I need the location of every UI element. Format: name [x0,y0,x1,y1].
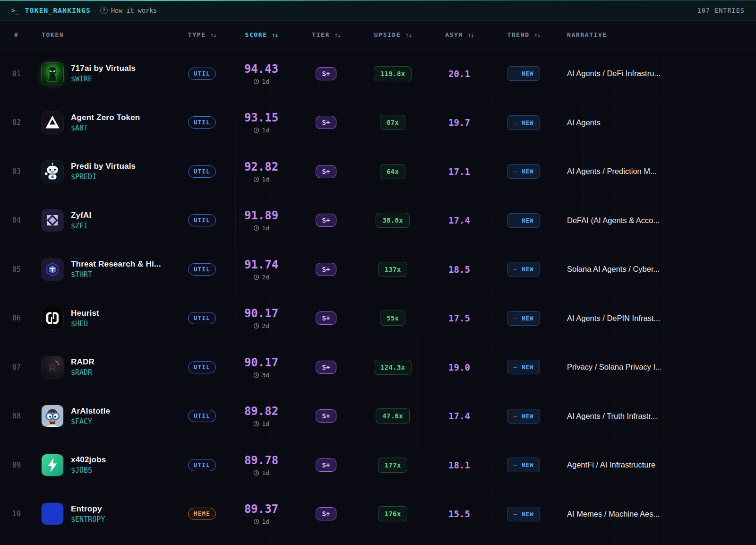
tier-badge: S+ [316,116,337,129]
trend-badge: — NEW [507,360,540,374]
table-row[interactable]: 07 R RADR $RADR UTIL 90.17 3d S+ [0,343,756,392]
trend-dash-icon: — [513,168,517,175]
score-value: 94.43 [244,62,278,76]
trend-label: NEW [522,119,534,126]
trend-dash-icon: — [513,119,517,126]
trend-label: NEW [522,266,534,273]
sort-icon: ↑↓ [405,31,411,39]
header-narrative: NARRATIVE [558,31,756,38]
token-name: x402jobs [71,455,106,465]
upside-badge: 119.8x [374,66,412,81]
asym-value: 17.1 [429,166,490,177]
trend-badge: — NEW [507,164,540,179]
asym-value: 19.0 [429,362,490,372]
type-badge: UTIL [188,116,216,129]
asym-value: 18.5 [429,264,490,275]
token-ticker: $WIRE [71,75,136,83]
narrative-text: Solana AI Agents / Cyber... [558,265,756,274]
trend-label: NEW [522,461,534,468]
token-name: Agent Zero Token [71,113,140,122]
narrative-text: AgentFi / AI Infrastructure [558,460,756,469]
rank-number: 08 [0,412,42,420]
header-score[interactable]: SCORE ↑↓ [227,31,296,39]
tier-badge: S+ [316,165,337,178]
header-type[interactable]: TYPE ↑↓ [177,31,227,39]
table-row[interactable]: 01 717ai by Virtuals $WIRE UTIL 94.43 1d… [0,49,756,98]
narrative-text: DeFAI (AI Agents & Acco... [558,216,756,225]
token-ticker: $PREDI [71,173,136,181]
trend-dash-icon: — [513,363,517,371]
alien-avatar-icon [42,63,63,85]
asym-value: 17.5 [429,313,490,323]
radr-avatar-icon: R [42,356,63,378]
score-age: 1d [262,176,269,183]
trend-label: NEW [522,168,534,175]
philosopher-avatar-icon [42,405,63,427]
clock-icon [253,274,259,280]
table-row[interactable]: 05 Threat Research & Hi... $THRT UTIL 91… [0,245,756,294]
clock-icon [253,372,259,378]
table-row[interactable]: 09 x402jobs $JOBS UTIL 89.78 1d S+ [0,441,756,490]
trend-badge: — NEW [507,115,540,130]
header-token: TOKEN [42,31,177,38]
rank-number: 01 [0,69,42,78]
rank-number: 07 [0,363,42,372]
upside-badge: 38.8x [376,213,410,228]
clock-icon [253,519,259,525]
header-asym[interactable]: ASYM ↑↓ [429,31,490,39]
sort-icon-active: ↑↓ [272,31,278,39]
rank-number: 09 [0,461,42,469]
tier-badge: S+ [316,409,337,423]
token-name: Predi by Virtuals [71,162,136,171]
trend-badge: — NEW [507,66,540,81]
token-name: 717ai by Virtuals [71,64,136,73]
table-row[interactable]: 02 Agent Zero Token $A0T UTIL 93.15 1d S… [0,98,756,147]
robot-avatar-icon [42,161,63,182]
token-table-body: 01 717ai by Virtuals $WIRE UTIL 94.43 1d… [0,49,756,538]
token-ticker: $ENTROPY [71,515,105,524]
trend-badge: — NEW [507,458,540,472]
token-ticker: $FACY [71,417,110,426]
score-age: 1d [262,78,269,85]
trend-dash-icon: — [513,70,517,77]
table-row[interactable]: 08 ArAIstotle $FACY UTIL 89.82 1d S+ [0,392,756,441]
pinwheel-avatar-icon [42,209,63,231]
header-upside[interactable]: UPSIDE ↑↓ [356,31,429,39]
how-it-works-link[interactable]: ? How it works [100,7,157,14]
tier-badge: S+ [316,458,337,472]
table-header: # TOKEN TYPE ↑↓ SCORE ↑↓ TIER ↑↓ UPSIDE … [0,21,756,49]
table-row[interactable]: 06 Heurist $HEU UTIL 90.17 2d S+ [0,294,756,343]
type-badge: UTIL [188,68,216,80]
score-age: 1d [262,127,269,134]
token-ticker: $A0T [71,124,140,132]
trend-dash-icon: — [513,461,517,468]
token-name: ArAIstotle [71,407,110,416]
trend-dash-icon: — [513,266,517,273]
trend-dash-icon: — [513,217,517,224]
tier-badge: S+ [316,214,337,227]
score-age: 2d [262,322,269,329]
score-age: 1d [262,469,269,476]
type-badge: UTIL [188,459,216,471]
svg-text:R: R [49,362,56,372]
score-value: 91.74 [244,258,278,271]
table-row[interactable]: 04 ZyfAI $ZFI UTIL 91.89 1d S+ 3 [0,196,756,245]
header-rank: # [0,31,42,38]
heurist-avatar-icon [42,307,63,329]
trend-badge: — NEW [507,262,540,277]
table-row[interactable]: 03 Predi by Virtuals $PREDI UTIL 92.82 1… [0,147,756,196]
score-value: 89.82 [244,405,278,418]
upside-badge: 64x [380,164,405,179]
clock-icon [253,470,259,476]
header-trend[interactable]: TREND ↑↓ [490,31,558,39]
upside-badge: 55x [380,311,405,326]
table-row[interactable]: 10 Entropy $ENTROPY MEME 89.37 1d S+ [0,490,756,539]
header-tier[interactable]: TIER ↑↓ [296,31,356,39]
asym-value: 19.7 [429,117,490,128]
clock-icon [253,323,259,329]
upside-badge: 177x [378,458,408,473]
tier-badge: S+ [316,263,337,276]
token-ticker: $RADR [71,368,94,377]
score-value: 90.17 [244,356,278,369]
type-badge: UTIL [188,165,216,178]
